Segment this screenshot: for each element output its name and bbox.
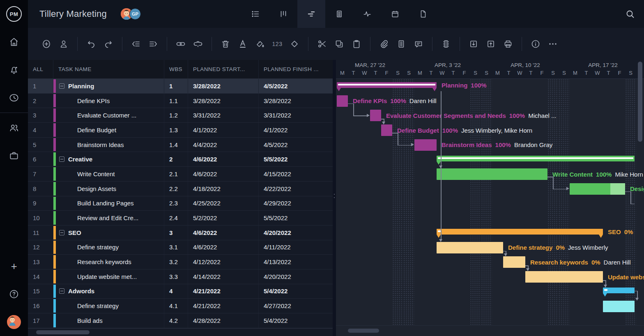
table-row[interactable]: 4Define Budget1.34/1/20224/1/2022: [28, 123, 333, 138]
cell-wbs[interactable]: 1.2: [164, 108, 188, 122]
cell-task-name[interactable]: Define strategy: [53, 240, 164, 255]
cell-planned-finish[interactable]: 5/5/2022: [259, 152, 333, 166]
tab-docs[interactable]: [409, 0, 437, 28]
cell-task-name[interactable]: Write Content: [53, 167, 164, 181]
row-number-cell[interactable]: 14: [28, 269, 53, 284]
cell-wbs[interactable]: 4: [164, 284, 188, 299]
cell-planned-finish[interactable]: 4/20/2022: [259, 269, 333, 284]
cell-wbs[interactable]: 1: [164, 79, 188, 93]
table-row[interactable]: 11SEO34/6/20224/20/2022: [28, 226, 333, 240]
cell-planned-start[interactable]: 4/12/2022: [188, 255, 259, 269]
table-hscrollbar[interactable]: [28, 328, 333, 336]
task-bar[interactable]: [437, 242, 503, 253]
task-bar[interactable]: [437, 168, 547, 180]
tab-board[interactable]: [269, 0, 297, 28]
cell-planned-finish[interactable]: 4/5/2022: [259, 79, 333, 93]
row-number-cell[interactable]: 12: [28, 240, 53, 255]
cell-planned-start[interactable]: 3/31/2022: [188, 108, 259, 122]
toolbar-delete-button[interactable]: [217, 35, 234, 53]
cell-wbs[interactable]: 2.2: [164, 182, 188, 196]
cell-wbs[interactable]: 4.1: [164, 299, 188, 313]
toolbar-import-button[interactable]: [465, 35, 482, 53]
cell-planned-finish[interactable]: 5/4/2022: [259, 284, 333, 299]
cell-planned-start[interactable]: 4/14/2022: [188, 269, 259, 284]
toolbar-paste-button[interactable]: [348, 35, 365, 53]
cell-planned-start[interactable]: 4/6/2022: [188, 240, 259, 255]
task-bar[interactable]: [381, 124, 392, 136]
toolbar-cut-button[interactable]: [313, 35, 331, 53]
row-number-cell[interactable]: 2: [28, 94, 53, 108]
sidebar-item-add[interactable]: +: [0, 252, 28, 280]
row-number-cell[interactable]: 6: [28, 152, 53, 166]
cell-planned-finish[interactable]: 4/20/2022: [259, 226, 333, 240]
cell-planned-start[interactable]: 4/1/2022: [188, 123, 259, 137]
toolbar-unlink-tasks-button[interactable]: [189, 35, 207, 53]
table-row[interactable]: 10Review and Edit Cre...2.45/2/20225/5/2…: [28, 211, 333, 226]
cell-wbs[interactable]: 2.3: [164, 196, 188, 211]
row-number-cell[interactable]: 3: [28, 108, 53, 122]
toolbar-outdent-button[interactable]: [127, 35, 145, 53]
tab-activity[interactable]: [353, 0, 381, 28]
toolbar-notes-button[interactable]: [393, 35, 410, 53]
task-bar[interactable]: [603, 301, 635, 312]
toolbar-copy-button[interactable]: [331, 35, 348, 53]
cell-task-name[interactable]: Define KPIs: [53, 94, 164, 108]
cell-wbs[interactable]: 1.1: [164, 94, 188, 108]
cell-task-name[interactable]: SEO: [53, 226, 164, 240]
sidebar-item-timesheets[interactable]: [0, 84, 28, 112]
cell-task-name[interactable]: Creative: [53, 152, 164, 166]
toolbar-columns-button[interactable]: [437, 35, 455, 53]
summary-bar[interactable]: [337, 82, 437, 88]
cell-task-name[interactable]: Build Landing Pages: [53, 196, 164, 211]
task-bar[interactable]: [370, 110, 381, 121]
gantt-hscroll-thumb[interactable]: [348, 329, 379, 333]
cell-planned-start[interactable]: 4/6/2022: [188, 226, 259, 240]
cell-planned-finish[interactable]: 4/5/2022: [259, 138, 333, 152]
table-row[interactable]: 12Define strategy3.14/6/20224/11/2022: [28, 240, 333, 255]
toolbar-add-task-button[interactable]: [38, 35, 55, 53]
collapse-toggle-icon[interactable]: [59, 288, 64, 294]
cell-wbs[interactable]: 3.2: [164, 255, 188, 269]
cell-planned-finish[interactable]: 4/13/2022: [259, 255, 333, 269]
row-number-cell[interactable]: 13: [28, 255, 53, 269]
cell-planned-finish[interactable]: 4/27/2022: [259, 299, 333, 313]
task-bar[interactable]: [503, 256, 525, 268]
task-bar[interactable]: [414, 139, 437, 151]
cell-planned-finish[interactable]: 4/29/2022: [259, 196, 333, 211]
cell-task-name[interactable]: Brainstorm Ideas: [53, 138, 164, 152]
cell-planned-finish[interactable]: 4/1/2022: [259, 123, 333, 137]
row-number-cell[interactable]: 7: [28, 167, 53, 181]
toolbar-export-button[interactable]: [482, 35, 499, 53]
sidebar-item-profile[interactable]: [0, 308, 28, 336]
toolbar-print-button[interactable]: [499, 35, 517, 53]
cell-planned-finish[interactable]: 4/15/2022: [259, 167, 333, 181]
collapse-toggle-icon[interactable]: [59, 156, 64, 162]
toolbar-comment-button[interactable]: [410, 35, 427, 53]
cell-task-name[interactable]: Evaluate Customer ...: [53, 108, 164, 122]
toolbar-undo-button[interactable]: [83, 35, 100, 53]
cell-task-name[interactable]: Update website met...: [53, 269, 164, 284]
row-number-cell[interactable]: 15: [28, 284, 53, 299]
cell-planned-start[interactable]: 4/28/2022: [188, 313, 259, 328]
row-number-cell[interactable]: 4: [28, 123, 53, 137]
table-row[interactable]: 5Brainstorm Ideas1.44/4/20224/5/2022: [28, 138, 333, 152]
toolbar-redo-button[interactable]: [100, 35, 117, 53]
column-header-wbs[interactable]: WBS: [164, 60, 188, 78]
table-row[interactable]: 1Planning13/28/20224/5/2022: [28, 79, 333, 94]
cell-planned-finish[interactable]: 3/31/2022: [259, 108, 333, 122]
gantt-vscroll-thumb[interactable]: [638, 62, 642, 142]
row-number-cell[interactable]: 10: [28, 211, 53, 225]
row-number-cell[interactable]: 16: [28, 299, 53, 313]
cell-task-name[interactable]: Design Assets: [53, 182, 164, 196]
table-row[interactable]: 8Design Assets2.24/18/20224/22/2022: [28, 182, 333, 196]
column-header-finish[interactable]: PLANNED FINISH ...: [259, 60, 333, 78]
table-hscroll-thumb[interactable]: [36, 330, 90, 334]
cell-task-name[interactable]: Define strategy: [53, 299, 164, 313]
toolbar-milestone-button[interactable]: [286, 35, 303, 53]
toolbar-info-button[interactable]: [527, 35, 544, 53]
search-button[interactable]: [625, 9, 635, 21]
avatar-initials[interactable]: GP: [129, 8, 141, 20]
pm-logo[interactable]: PM: [0, 0, 28, 28]
pane-splitter[interactable]: [333, 60, 336, 336]
cell-planned-finish[interactable]: 4/11/2022: [259, 240, 333, 255]
